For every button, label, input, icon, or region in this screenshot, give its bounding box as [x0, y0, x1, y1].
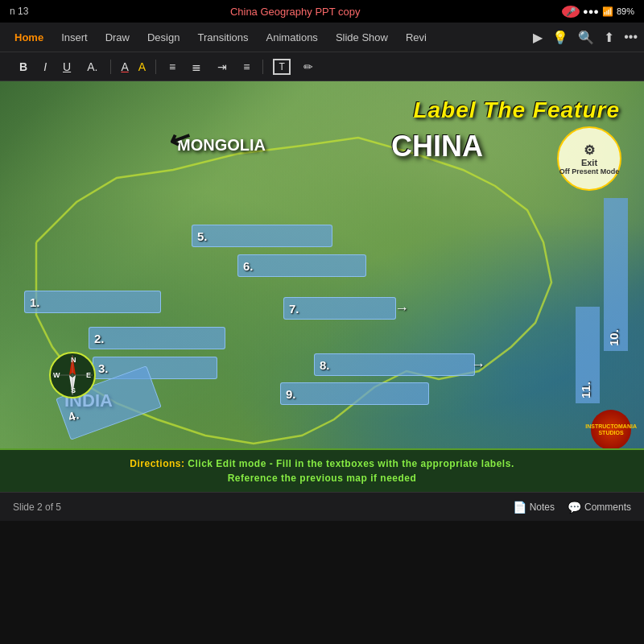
label-box-2[interactable]: 2. — [89, 327, 225, 349]
status-bar: n 13 China Geography PPT copy 🎤 ●●● 📶 89… — [0, 0, 644, 23]
tab-review[interactable]: Revi — [398, 28, 435, 47]
play-icon[interactable]: ▶ — [533, 30, 543, 45]
label-2-number: 2. — [94, 332, 105, 345]
svg-text:N: N — [71, 356, 76, 364]
share-icon[interactable]: ⬆ — [604, 30, 614, 45]
notes-button[interactable]: 📄 Notes — [513, 501, 555, 514]
label-box-5[interactable]: 5. — [192, 225, 332, 247]
exit-present-mode-button[interactable]: ⚙ Exit Off Present Mode — [557, 126, 621, 191]
label-8-number: 8. — [320, 358, 330, 372]
directions-text-1: Directions: Click Edit mode - Fill in th… — [13, 456, 631, 471]
label-1-number: 1. — [30, 295, 40, 309]
label-9-number: 9. — [286, 387, 296, 401]
gear-icon: ⚙ — [584, 142, 595, 158]
logo-badge: INSTRUCTOMANIA STUDIOS — [591, 410, 631, 450]
status-right: 🎤 ●●● 📶 89% — [562, 6, 634, 18]
tab-design[interactable]: Design — [139, 28, 188, 47]
label-4-number: 4. — [66, 407, 80, 423]
slide-counter: Slide 2 of 5 — [13, 502, 61, 513]
tab-slideshow[interactable]: Slide Show — [328, 28, 396, 47]
svg-text:S: S — [71, 386, 76, 394]
device-frame: n 13 China Geography PPT copy 🎤 ●●● 📶 89… — [0, 0, 644, 644]
label-box-7[interactable]: 7. — [283, 297, 396, 320]
label-10-number: 10. — [607, 329, 621, 346]
white-arrow-8: → — [471, 357, 485, 374]
slide-title-text: Label The Feature — [413, 97, 620, 122]
label-box-6[interactable]: 6. — [237, 254, 366, 277]
toolbar-divider-3 — [262, 60, 263, 74]
comments-label: Comments — [584, 502, 631, 513]
white-arrow-7: → — [394, 300, 409, 317]
ribbon: Home Insert Draw Design Transitions Anim… — [0, 23, 644, 52]
directions-box: Directions: Click Edit mode - Fill in th… — [0, 448, 644, 492]
directions-content-1: Click Edit mode - Fill in the textboxes … — [188, 458, 514, 469]
slide-area: Label The Feature CHINA MONGOLIA ↙ INDIA… — [0, 81, 644, 492]
exit-subtext: Off Present Mode — [559, 167, 620, 175]
label-11-number: 11. — [579, 382, 592, 398]
tab-insert[interactable]: Insert — [53, 28, 96, 47]
formatting-bar: B I U A. A A ≡ ≣ ⇥ ≡ T ✏ — [0, 52, 644, 81]
bottom-bar: Slide 2 of 5 📄 Notes 💬 Comments — [0, 492, 644, 521]
lightbulb-icon[interactable]: 💡 — [552, 30, 568, 45]
notes-label: Notes — [530, 502, 555, 513]
wifi-icon: 📶 — [602, 6, 613, 17]
tab-transitions[interactable]: Transitions — [189, 28, 256, 47]
label-5-number: 5. — [197, 229, 208, 243]
slide-title: Label The Feature — [413, 97, 620, 123]
indent-button[interactable]: ⇥ — [214, 59, 230, 75]
comments-button[interactable]: 💬 Comments — [568, 501, 631, 514]
label-box-1[interactable]: 1. — [24, 291, 161, 313]
label-box-11[interactable]: 11. — [576, 307, 600, 403]
align-button[interactable]: ≡ — [240, 59, 253, 75]
tab-home[interactable]: Home — [6, 28, 52, 47]
shape-button[interactable]: ✏ — [300, 59, 316, 75]
font-size-button[interactable]: A. — [84, 59, 101, 75]
label-3-number: 3. — [98, 361, 109, 375]
italic-button[interactable]: I — [40, 59, 50, 75]
tab-draw[interactable]: Draw — [97, 28, 138, 47]
label-7-number: 7. — [289, 302, 299, 316]
underline-button[interactable]: U — [60, 59, 74, 75]
mic-icon: 🎤 — [562, 6, 580, 18]
more-icon[interactable]: ••• — [624, 30, 638, 44]
search-icon[interactable]: 🔍 — [578, 30, 594, 45]
bold-button[interactable]: B — [16, 59, 31, 75]
numbered-list-button[interactable]: ≣ — [188, 59, 204, 75]
toolbar-divider-2 — [155, 60, 156, 74]
comments-icon: 💬 — [568, 501, 581, 514]
ribbon-right-icons: ▶ 💡 🔍 ⬆ ••• — [533, 30, 638, 45]
tab-animations[interactable]: Animations — [258, 28, 326, 47]
label-6-number: 6. — [243, 259, 254, 273]
directions-text-2: Reference the previous map if needed — [13, 471, 631, 485]
status-time: n 13 — [10, 6, 28, 17]
label-box-3[interactable]: 3. — [93, 357, 217, 379]
battery-indicator: 89% — [617, 6, 634, 16]
toolbar-divider-1 — [110, 60, 111, 74]
font-color-button[interactable]: A — [121, 60, 128, 73]
highlight-button[interactable]: A — [138, 60, 146, 73]
label-box-10[interactable]: 10. — [604, 198, 628, 351]
china-label: CHINA — [391, 130, 483, 163]
label-box-8[interactable]: 8. — [314, 353, 475, 376]
logo-text: INSTRUCTOMANIA STUDIOS — [585, 423, 636, 437]
bottom-right-actions: 📄 Notes 💬 Comments — [513, 501, 631, 514]
compass-rose: N S W E — [48, 351, 97, 399]
notes-icon: 📄 — [513, 501, 526, 514]
ribbon-tabs: Home Insert Draw Design Transitions Anim… — [0, 23, 644, 52]
exit-text: Exit — [581, 158, 597, 167]
bullet-list-button[interactable]: ≡ — [166, 59, 179, 75]
app-title-center: China Geography PPT copy — [230, 6, 361, 18]
directions-label: Directions: — [130, 458, 184, 469]
signal-icon: ●●● — [583, 6, 599, 16]
text-box-button[interactable]: T — [273, 59, 290, 75]
label-box-9[interactable]: 9. — [280, 382, 429, 405]
